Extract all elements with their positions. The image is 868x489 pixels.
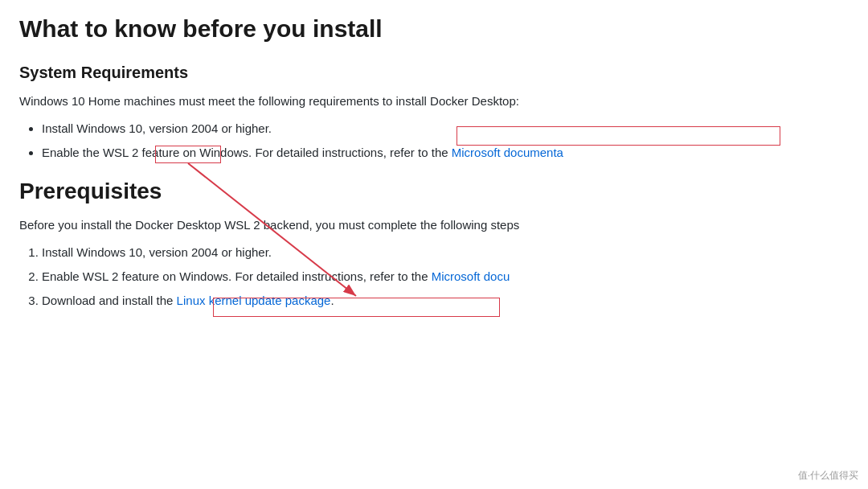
prereq-item-3-after: . [330,294,334,307]
prereq-item-2-before: Enable WSL 2 feature on Windows. For det… [42,269,432,283]
microsoft-docs-link-2[interactable]: Microsoft docu [432,269,510,283]
intro-text-before: Windows 10 Home machines must meet the f… [19,94,309,108]
prerequisites-list: Install Windows 10, version 2004 or high… [42,243,849,310]
system-requirements-intro: Windows 10 Home machines must meet the f… [19,92,849,111]
list-item-text: Install Windows 10, version 2004 or high… [42,121,272,135]
list-item: Enable the WSL 2 feature on Windows. For… [42,143,849,162]
prereq-item-1: Install Windows 10, version 2004 or high… [42,245,272,259]
list-item-text-before: Enable the [42,146,103,159]
microsoft-docs-link-1[interactable]: Microsoft documenta [452,146,563,159]
prereq-item-3-before: Download and install the [42,294,177,307]
list-item: Download and install the Linux kernel up… [42,291,849,310]
system-requirements-title: System Requirements [19,64,849,82]
list-item: Install Windows 10, version 2004 or high… [42,243,849,262]
prerequisites-title: Prerequisites [19,179,849,204]
list-item-text-after: feature on Windows. For detailed instruc… [138,146,451,159]
prereq-highlighted: Docker Desktop WSL 2 backend [135,218,309,232]
prereq-intro-before: Before you install the [19,218,135,232]
watermark: 值·什么值得买 [798,469,858,483]
prerequisites-intro: Before you install the Docker Desktop WS… [19,216,849,235]
linux-kernel-link[interactable]: Linux kernel update package [177,294,331,307]
intro-text-colon: : [516,94,519,108]
prerequisites-section: Prerequisites Before you install the Doc… [19,179,849,310]
intro-highlighted: requirements to install Docker Desktop [309,94,516,108]
wsl2-highlight: WSL 2 [103,146,138,159]
list-item: Enable WSL 2 feature on Windows. For det… [42,267,849,286]
list-item: Install Windows 10, version 2004 or high… [42,119,849,138]
system-requirements-section: System Requirements Windows 10 Home mach… [19,64,849,162]
system-requirements-list: Install Windows 10, version 2004 or high… [42,119,849,162]
prereq-intro-after: , you must complete the following steps [309,218,519,232]
main-title: What to know before you install [19,13,849,44]
